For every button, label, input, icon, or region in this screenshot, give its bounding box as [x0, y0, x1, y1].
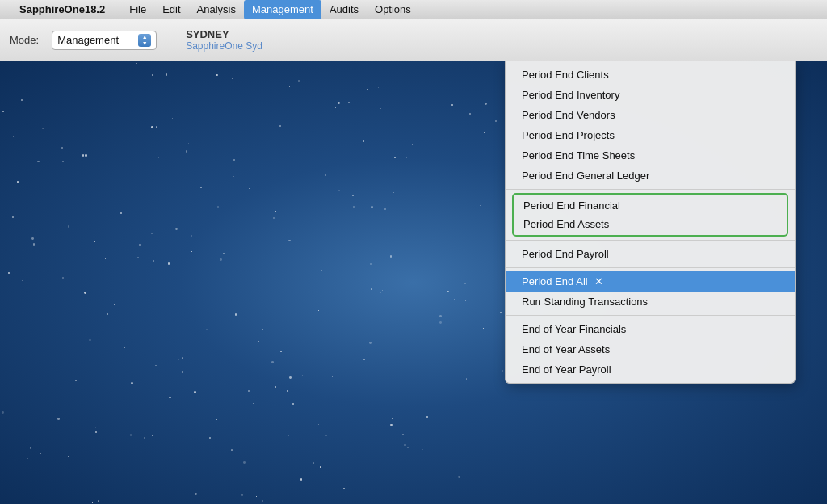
star-decoration: [320, 466, 321, 468]
star-decoration: [407, 447, 409, 449]
star-decoration: [458, 476, 460, 478]
star-decoration: [84, 292, 86, 294]
star-decoration: [483, 328, 484, 329]
star-decoration: [288, 240, 291, 242]
star-decoration: [172, 118, 173, 119]
menu-item-period-end-assets[interactable]: Period End Assets: [514, 215, 787, 233]
green-group: Period End Financial Period End Assets: [512, 193, 788, 237]
star-decoration: [68, 456, 69, 456]
star-decoration: [30, 447, 31, 448]
star-decoration: [495, 120, 497, 122]
menu-item-period-end-projects[interactable]: Period End Projects: [506, 125, 795, 145]
star-decoration: [406, 158, 407, 158]
menu-item-period-end-payroll[interactable]: Period End Payroll: [506, 244, 795, 264]
star-decoration: [94, 241, 95, 242]
star-decoration: [194, 391, 196, 393]
star-decoration: [216, 79, 216, 80]
app-name: SapphireOne18.2: [19, 3, 105, 15]
star-decoration: [248, 390, 250, 392]
star-decoration: [208, 69, 208, 69]
star-decoration: [152, 435, 153, 437]
menu-item-end-of-year-financials[interactable]: End of Year Financials: [506, 319, 795, 339]
star-decoration: [144, 437, 145, 439]
star-decoration: [262, 500, 263, 502]
star-decoration: [300, 478, 303, 481]
menu-item-period-end-general-ledger[interactable]: Period End General Ledger: [506, 166, 795, 186]
star-decoration: [464, 284, 466, 285]
star-decoration: [338, 102, 340, 104]
star-decoration: [466, 378, 468, 380]
star-decoration: [325, 435, 327, 436]
star-decoration: [371, 288, 372, 290]
star-decoration: [156, 126, 157, 128]
star-decoration: [92, 502, 93, 503]
star-decoration: [124, 347, 125, 348]
menu-item-end-of-year-assets[interactable]: End of Year Assets: [506, 339, 795, 359]
star-decoration: [105, 258, 106, 259]
star-decoration: [325, 174, 326, 176]
star-decoration: [262, 329, 262, 330]
red-x-icon: ✕: [594, 276, 603, 287]
star-decoration: [275, 386, 276, 388]
star-decoration: [426, 416, 428, 418]
menu-analysis[interactable]: Analysis: [189, 0, 244, 19]
menu-item-period-end-all[interactable]: Period End All ✕: [506, 271, 795, 292]
menu-edit[interactable]: Edit: [154, 0, 188, 19]
star-decoration: [302, 375, 303, 376]
star-decoration: [394, 158, 396, 159]
star-decoration: [235, 313, 237, 316]
star-decoration: [287, 390, 288, 392]
star-decoration: [388, 141, 389, 141]
star-decoration: [454, 299, 455, 300]
star-decoration: [371, 206, 373, 208]
star-decoration: [289, 86, 290, 87]
star-decoration: [365, 128, 366, 128]
star-decoration: [61, 147, 63, 149]
star-decoration: [82, 154, 84, 156]
star-decoration: [243, 461, 246, 464]
menu-item-period-end-inventory[interactable]: Period End Inventory: [506, 85, 795, 105]
star-decoration: [321, 270, 322, 271]
star-decoration: [378, 87, 379, 88]
star-decoration: [62, 277, 64, 279]
star-decoration: [206, 329, 208, 330]
select-arrow-icon: ▲▼: [138, 34, 151, 47]
menu-item-period-end-financial[interactable]: Period End Financial: [514, 196, 787, 215]
star-decoration: [288, 435, 290, 437]
star-decoration: [88, 136, 89, 136]
star-decoration: [279, 125, 281, 127]
menu-item-period-end-vendors[interactable]: Period End Vendors: [506, 105, 795, 125]
star-decoration: [131, 382, 133, 384]
star-decoration: [169, 397, 171, 399]
star-decoration: [343, 488, 345, 489]
star-decoration: [332, 376, 333, 377]
star-decoration: [220, 258, 222, 261]
star-decoration: [216, 419, 218, 421]
star-decoration: [155, 365, 156, 366]
star-decoration: [390, 255, 392, 257]
star-decoration: [231, 449, 233, 451]
menu-item-end-of-year-payroll[interactable]: End of Year Payroll: [506, 359, 795, 380]
menu-options[interactable]: Options: [367, 0, 419, 19]
star-decoration: [13, 136, 14, 137]
menu-item-period-end-time-sheets[interactable]: Period End Time Sheets: [506, 145, 795, 166]
star-decoration: [447, 291, 448, 292]
star-decoration: [313, 462, 314, 464]
menu-management[interactable]: Management: [244, 0, 321, 19]
star-decoration: [273, 217, 275, 219]
star-decoration: [114, 304, 115, 305]
star-decoration: [401, 261, 401, 262]
star-decoration: [363, 359, 365, 360]
menu-file[interactable]: File: [121, 0, 154, 19]
star-decoration: [318, 424, 319, 425]
star-decoration: [151, 233, 153, 235]
mode-selector[interactable]: Management ▲▼: [52, 31, 157, 50]
star-decoration: [85, 154, 87, 157]
star-decoration: [451, 104, 453, 106]
star-decoration: [178, 294, 179, 296]
menu-audits[interactable]: Audits: [321, 0, 367, 19]
star-decoration: [191, 251, 191, 252]
star-decoration: [267, 195, 268, 195]
menu-item-period-end-clients[interactable]: Period End Clients: [506, 65, 795, 85]
menu-item-run-standing-transactions[interactable]: Run Standing Transactions: [506, 292, 795, 312]
